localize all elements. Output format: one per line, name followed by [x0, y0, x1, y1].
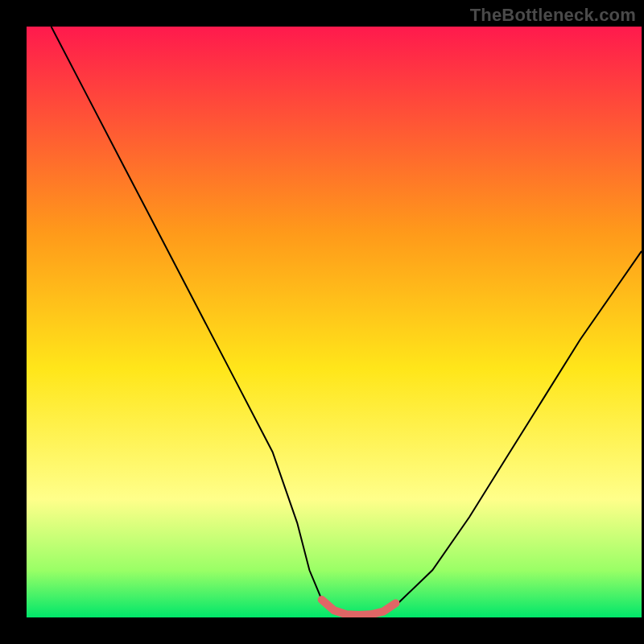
optimal-range-markers: [322, 600, 396, 615]
bottleneck-curve: [52, 27, 642, 617]
plot-area-clip: [27, 27, 642, 617]
watermark-text: TheBottleneck.com: [470, 5, 636, 26]
chart-frame: TheBottleneck.com: [0, 0, 644, 644]
plot-area: [27, 27, 642, 617]
curve-layer: [27, 27, 642, 617]
